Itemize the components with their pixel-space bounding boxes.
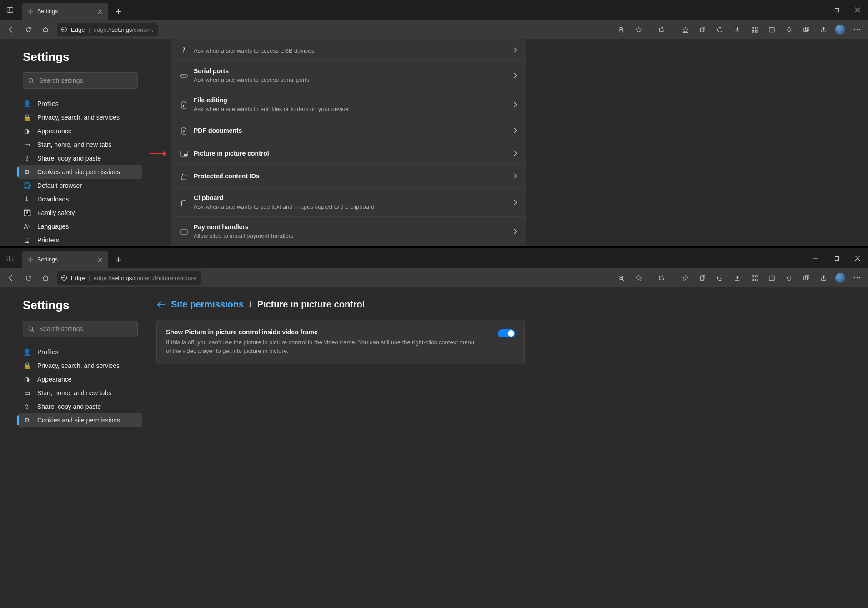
extensions-icon[interactable] <box>653 22 669 37</box>
favorite-icon[interactable] <box>630 22 647 37</box>
clip-icon[interactable] <box>781 22 797 37</box>
pip-toggle[interactable] <box>498 329 515 337</box>
tab-groups-icon[interactable] <box>798 22 814 37</box>
sidebar-item-icon: ▭ <box>23 141 31 148</box>
sidebar-item[interactable]: ⇪Share, copy and paste <box>18 151 142 165</box>
refresh-button[interactable] <box>20 22 36 37</box>
sidebar-item-icon: Aᵗ <box>23 223 31 230</box>
extensions-icon[interactable] <box>653 271 669 285</box>
more-icon[interactable] <box>849 22 865 37</box>
sidebar-item-label: Cookies and site permissions <box>37 417 120 424</box>
downloads-icon[interactable] <box>729 271 745 285</box>
zoom-icon[interactable] <box>613 271 629 285</box>
share-icon[interactable] <box>815 22 832 37</box>
sidebar-item[interactable]: ⭳Downloads <box>18 192 142 206</box>
svg-point-2 <box>30 10 31 12</box>
tab-label: Settings <box>37 256 58 263</box>
zoom-icon[interactable] <box>613 22 629 37</box>
sidebar-item[interactable]: ◑Appearance <box>18 124 142 138</box>
minimize-button[interactable] <box>805 0 826 20</box>
settings-row-title: Clipboard <box>194 194 513 201</box>
sidebar-item[interactable]: ▭Start, home, and new tabs <box>18 138 142 151</box>
toolbar: Edge | edge://settings/content <box>0 20 868 39</box>
sidebar-item-icon: ▭ <box>23 389 31 397</box>
sidebar-item[interactable]: 🔒Privacy, search, and services <box>18 359 142 372</box>
svg-point-23 <box>859 29 861 30</box>
settings-row[interactable]: Picture in picture control <box>171 142 526 165</box>
apps-icon[interactable] <box>746 22 763 37</box>
sidebar-item[interactable]: ▭Start, home, and new tabs <box>18 386 142 400</box>
sidebar-icon[interactable] <box>763 22 780 37</box>
settings-row[interactable]: PDF documents <box>171 119 526 142</box>
search-settings[interactable] <box>23 72 138 89</box>
back-button[interactable] <box>3 22 19 37</box>
sidebar-item[interactable]: ⇪Share, copy and paste <box>18 400 142 413</box>
back-button[interactable] <box>3 271 19 285</box>
settings-row-desc: Allow sites to install payment handlers <box>194 232 513 239</box>
history-icon[interactable] <box>712 22 728 37</box>
sidebar-item[interactable]: 👤Profiles <box>18 345 142 359</box>
favorites-bar-icon[interactable] <box>677 271 693 285</box>
new-tab-button[interactable] <box>108 251 128 268</box>
svg-rect-57 <box>755 275 757 277</box>
sidebar-item[interactable]: ◑Appearance <box>18 372 142 386</box>
settings-row[interactable]: Serial portsAsk when a site wants to acc… <box>171 61 526 90</box>
maximize-button[interactable] <box>826 248 847 268</box>
address-bar[interactable]: Edge | edge://settings/content <box>57 23 158 36</box>
close-button[interactable] <box>847 0 868 20</box>
home-button[interactable] <box>37 271 54 285</box>
clip-icon[interactable] <box>781 271 797 285</box>
sidebar-item[interactable]: ⚙Cookies and site permissions <box>18 413 142 427</box>
settings-content: Site permissions / Picture in picture co… <box>147 287 868 608</box>
svg-line-50 <box>622 279 623 280</box>
search-input[interactable] <box>39 325 133 332</box>
settings-row[interactable]: File editingAsk when a site wants to edi… <box>171 90 526 119</box>
sidebar-item[interactable]: 🌐Default browser <box>18 179 142 192</box>
breadcrumb-parent-link[interactable]: Site permissions <box>171 299 244 310</box>
settings-row[interactable]: Ask when a site wants to access USB devi… <box>171 39 526 61</box>
breadcrumb-back-icon[interactable] <box>156 301 166 308</box>
sidebar-icon[interactable] <box>763 271 780 285</box>
sidebar-item[interactable]: 👪Family safety <box>18 206 142 220</box>
sidebar-item-icon: ◑ <box>23 127 31 135</box>
close-button[interactable] <box>847 248 868 268</box>
history-icon[interactable] <box>712 271 728 285</box>
settings-row[interactable]: Protected content IDs <box>171 165 526 188</box>
sidebar-item[interactable]: 🔒Privacy, search, and services <box>18 111 142 124</box>
sidebar-item[interactable]: ⚙Cookies and site permissions <box>18 165 142 179</box>
collections-icon[interactable] <box>694 22 711 37</box>
sidebar-item-icon: ⚙ <box>23 168 31 176</box>
tab-settings[interactable]: Settings <box>22 3 108 20</box>
collections-icon[interactable] <box>694 271 711 285</box>
sidebar-item[interactable]: 👤Profiles <box>18 97 142 111</box>
new-tab-button[interactable] <box>108 3 128 20</box>
profile-avatar[interactable] <box>835 273 845 283</box>
browser-window-2: Settings Edge | edge://settings/content/… <box>0 248 868 608</box>
more-icon[interactable] <box>849 271 865 285</box>
sidebar-item-label: Appearance <box>37 127 72 135</box>
tab-groups-icon[interactable] <box>798 271 814 285</box>
tab-actions-button[interactable] <box>0 0 20 20</box>
search-input[interactable] <box>39 77 133 84</box>
home-button[interactable] <box>37 22 54 37</box>
favorite-icon[interactable] <box>630 271 647 285</box>
tab-settings[interactable]: Settings <box>22 251 108 268</box>
minimize-button[interactable] <box>805 248 826 268</box>
apps-icon[interactable] <box>746 271 763 285</box>
share-icon[interactable] <box>815 271 832 285</box>
sidebar-item[interactable]: AᵗLanguages <box>18 220 142 233</box>
downloads-icon[interactable] <box>729 22 745 37</box>
maximize-button[interactable] <box>826 0 847 20</box>
settings-row[interactable]: ClipboardAsk when a site wants to see te… <box>171 188 526 217</box>
address-bar[interactable]: Edge | edge://settings/content/PictureIn… <box>57 271 201 285</box>
svg-rect-36 <box>184 154 187 156</box>
tab-actions-button[interactable] <box>0 248 20 268</box>
favorites-bar-icon[interactable] <box>677 22 693 37</box>
tab-close-icon[interactable] <box>98 9 103 14</box>
tab-close-icon[interactable] <box>98 257 103 262</box>
svg-rect-13 <box>752 27 753 29</box>
search-settings[interactable] <box>23 321 138 337</box>
refresh-button[interactable] <box>20 271 36 285</box>
profile-avatar[interactable] <box>835 25 845 35</box>
sidebar-item[interactable]: 🖨Printers <box>18 233 142 246</box>
